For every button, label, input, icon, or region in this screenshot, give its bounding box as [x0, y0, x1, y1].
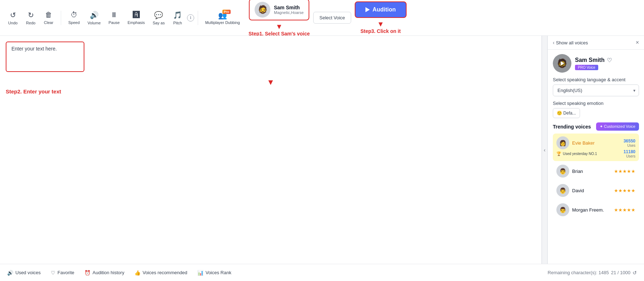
- voice-avatar-evie: 👩: [556, 136, 569, 149]
- voice-list-item[interactable]: 👩 Evie Baker 36550 Uses 🏆 Used yesterday…: [553, 134, 639, 161]
- profile-voice-name: Sam Smith: [575, 57, 605, 63]
- customized-voice-button[interactable]: ✦ Customized Voice: [596, 122, 639, 131]
- toolbar-undo-redo: ↺ Undo ↻ Redo 🗑 Clear: [4, 9, 57, 27]
- step3-label: Step3. Click on it: [360, 28, 401, 34]
- audition-history-item[interactable]: ⏰ Audition history: [84, 270, 124, 276]
- used-voices-item[interactable]: 🔊 Used voices: [7, 270, 41, 276]
- editor-panel: ▼ Step2. Enter your text: [0, 36, 542, 264]
- redo-button[interactable]: ↻ Redo: [22, 9, 39, 27]
- pitch-label: Pitch: [173, 21, 182, 25]
- editor-content: ▼ Step2. Enter your text: [6, 42, 536, 95]
- pause-label: Pause: [109, 20, 120, 25]
- undo-icon: ↺: [10, 11, 16, 19]
- right-panel-body: 🧔 Sam Smith ♡ PRO Voice Select speaking …: [548, 50, 644, 223]
- voice-avatar-brian: 👨: [556, 165, 569, 178]
- clear-icon: 🗑: [45, 11, 52, 19]
- language-select[interactable]: English(US): [553, 84, 639, 96]
- right-panel-header: ‹ Show all voices ×: [548, 36, 644, 50]
- close-button[interactable]: ×: [636, 39, 639, 46]
- featured-sub: 🏆 Used yesterday NO.1 11180 Users: [556, 149, 635, 158]
- status-bar: 🔊 Used voices ♡ Favorite ⏰ Audition hist…: [0, 264, 644, 281]
- audition-label: Audition: [373, 6, 396, 13]
- emphasis-button[interactable]: 🅰 Emphasis: [124, 9, 148, 27]
- profile-info: Sam Smith ♡ PRO Voice: [575, 57, 612, 70]
- status-bar-left: 🔊 Used voices ♡ Favorite ⏰ Audition hist…: [7, 270, 231, 276]
- voice-info: Sam Smith Magnetic,Hoarse: [274, 5, 304, 15]
- evie-users-label: Users: [626, 154, 635, 158]
- show-all-voices-label: Show all voices: [556, 40, 588, 45]
- clear-label: Clear: [44, 20, 53, 25]
- profile-name-area: Sam Smith ♡: [575, 57, 612, 64]
- step3-annotation-area: ▼ Step3. Click on it: [360, 20, 401, 34]
- show-all-voices-button[interactable]: ‹ Show all voices: [553, 40, 588, 45]
- refresh-icon[interactable]: ↺: [633, 270, 637, 276]
- morgan-stars: ★★★★★: [614, 207, 635, 213]
- voice-name-morgan: Morgan Freem.: [572, 207, 611, 213]
- audition-button[interactable]: Audition: [355, 1, 407, 18]
- language-label: Select speaking language & accent: [553, 77, 639, 82]
- remaining-label: Remaining character(s): 1485: [548, 270, 609, 275]
- evie-users-count: 11180: [624, 149, 635, 154]
- divider-1: [61, 11, 61, 25]
- say-as-label: Say as: [153, 21, 165, 25]
- play-icon: [365, 7, 370, 12]
- emotion-button[interactable]: 🙂 Defa...: [553, 108, 580, 118]
- right-panel: ‹ Show all voices × 🧔 Sam Smith ♡: [547, 36, 644, 264]
- featured-sub-label: Used yesterday NO.1: [563, 152, 597, 156]
- voice-tags: Magnetic,Hoarse: [274, 10, 304, 15]
- step1-arrow: ▼: [249, 23, 310, 31]
- play-overlay[interactable]: [553, 54, 571, 73]
- pro-voice-badge: PRO Voice: [575, 65, 598, 70]
- evie-uses-label: Uses: [627, 144, 635, 147]
- voice-name-brian: Brian: [572, 169, 611, 174]
- speed-button[interactable]: ⏱ Speed: [65, 9, 83, 27]
- brian-stars: ★★★★★: [614, 169, 635, 174]
- char-count-area: Remaining character(s): 1485 21 / 1000 ↺: [548, 270, 637, 276]
- pro-badge: Pro: [222, 10, 231, 14]
- favorite-item[interactable]: ♡ Favorite: [51, 270, 74, 276]
- clear-button[interactable]: 🗑 Clear: [40, 9, 57, 27]
- speed-icon: ⏱: [70, 11, 78, 19]
- voice-list-item[interactable]: 👨 Brian ★★★★★: [553, 162, 639, 180]
- multiplayer-dubbing-button[interactable]: 👥 Pro Multiplayer Dubbing: [202, 9, 244, 27]
- redo-label: Redo: [26, 21, 35, 25]
- favorite-label: Favorite: [58, 270, 74, 275]
- voices-rank-icon: 📊: [197, 270, 203, 276]
- voices-rank-item[interactable]: 📊 Voices Rank: [197, 270, 231, 276]
- trending-section: Trending voices ✦ Customized Voice 👩 Evi…: [553, 122, 639, 219]
- pause-icon: ⏸: [110, 11, 118, 19]
- pitch-button[interactable]: 🎵 Pitch: [169, 9, 186, 27]
- voice-card[interactable]: 🧔 Sam Smith Magnetic,Hoarse: [249, 0, 309, 20]
- select-voice-button[interactable]: Select Voice: [313, 12, 351, 24]
- voice-list-item[interactable]: 👨 Morgan Freem. ★★★★★: [553, 200, 639, 219]
- redo-icon: ↻: [28, 11, 34, 19]
- pitch-icon: 🎵: [173, 11, 182, 19]
- voice-avatar-david: 👨: [556, 184, 569, 197]
- collapse-icon: ‹: [544, 147, 546, 153]
- info-button[interactable]: ℹ: [187, 14, 194, 21]
- undo-button[interactable]: ↺ Undo: [4, 9, 21, 27]
- heart-icon[interactable]: ♡: [607, 57, 612, 64]
- language-section: Select speaking language & accent Englis…: [553, 77, 639, 96]
- say-as-button[interactable]: 💬 Say as: [149, 9, 168, 27]
- voice-name-evie: Evie Baker: [572, 140, 621, 146]
- emphasis-label: Emphasis: [128, 20, 145, 25]
- voices-rank-label: Voices Rank: [206, 270, 231, 275]
- emotion-label: Select speaking emotion: [553, 101, 639, 106]
- divider-2: [198, 11, 198, 25]
- char-count-label: 21 / 1000: [611, 270, 630, 275]
- volume-button[interactable]: 🔊 Volume: [84, 9, 104, 27]
- multiplayer-label: Multiplayer Dubbing: [205, 20, 240, 25]
- pause-button[interactable]: ⏸ Pause: [105, 9, 123, 27]
- voices-recommended-icon: 👍: [134, 270, 141, 276]
- voice-list-item[interactable]: 👨 David ★★★★★: [553, 181, 639, 200]
- audition-history-icon: ⏰: [84, 270, 90, 276]
- text-input[interactable]: [6, 42, 84, 72]
- voices-recommended-item[interactable]: 👍 Voices recommended: [134, 270, 187, 276]
- usage-info-evie: 36550 Uses: [624, 139, 635, 147]
- emphasis-icon: 🅰: [133, 11, 140, 19]
- collapse-handle[interactable]: ‹: [542, 36, 547, 264]
- evie-users: 11180 Users: [624, 149, 635, 158]
- evie-uses: 36550: [624, 139, 635, 144]
- voice-name: Sam Smith: [274, 5, 304, 10]
